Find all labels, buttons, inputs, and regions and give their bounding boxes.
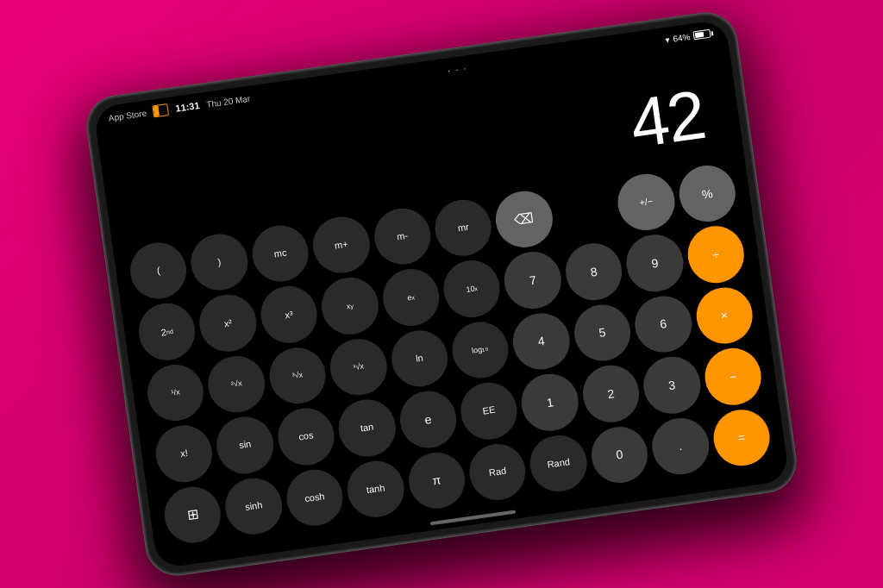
x-y-button[interactable]: xy xyxy=(318,274,382,338)
two-button[interactable]: 2 xyxy=(579,362,643,426)
mr-button[interactable]: mr xyxy=(431,196,495,260)
equals-button[interactable]: = xyxy=(710,406,773,470)
grid-button[interactable]: ⊞ xyxy=(161,483,225,547)
factorial-button[interactable]: x! xyxy=(153,422,216,485)
sqrty-button[interactable]: ʸ√x xyxy=(327,335,391,399)
m-minus-button[interactable]: m- xyxy=(371,204,435,268)
open-paren-button[interactable]: ( xyxy=(127,239,191,303)
battery-label: 64% xyxy=(673,32,691,44)
sinh-button[interactable]: sinh xyxy=(222,474,285,538)
six-button[interactable]: 6 xyxy=(631,292,695,356)
delete-button[interactable]: ⌫ xyxy=(492,188,556,252)
sqrt3-button[interactable]: ³√x xyxy=(266,344,329,408)
eight-button[interactable]: 8 xyxy=(562,240,626,303)
five-button[interactable]: 5 xyxy=(571,301,635,365)
date-label: Thu 20 Mar xyxy=(206,93,251,109)
m-plus-button[interactable]: m+ xyxy=(310,213,373,277)
rad-button[interactable]: Rad xyxy=(466,440,529,504)
status-right: ▾ 64% xyxy=(665,28,714,45)
scene: App Store 11:31 Thu 20 Mar · · · ▾ 64% xyxy=(0,0,883,588)
sidebar-icon xyxy=(153,103,170,117)
cosh-button[interactable]: cosh xyxy=(283,466,347,529)
close-paren-button[interactable]: ) xyxy=(188,230,252,294)
nine-button[interactable]: 9 xyxy=(623,231,686,295)
cos-button[interactable]: cos xyxy=(274,404,338,468)
multiply-button[interactable]: × xyxy=(692,284,756,347)
ee-button[interactable]: EE xyxy=(457,379,521,443)
divide-button[interactable]: ÷ xyxy=(684,222,748,286)
status-center: · · · xyxy=(447,63,468,75)
decimal-button[interactable]: . xyxy=(648,415,712,479)
app-store-label: App Store xyxy=(108,108,147,122)
three-button[interactable]: 3 xyxy=(640,353,704,417)
tan-button[interactable]: tan xyxy=(335,396,399,460)
e-button[interactable]: e xyxy=(396,388,460,452)
one-button[interactable]: 1 xyxy=(518,371,582,435)
four-button[interactable]: 4 xyxy=(510,310,573,373)
log10-button[interactable]: log₁₀ xyxy=(448,318,512,382)
sin-button[interactable]: sin xyxy=(213,413,277,477)
rand-button[interactable]: Rand xyxy=(527,431,591,495)
ln-button[interactable]: ln xyxy=(388,327,452,391)
tanh-button[interactable]: tanh xyxy=(344,457,408,521)
ten-x-button[interactable]: 10x xyxy=(440,257,504,321)
one-x-button[interactable]: ¹/x xyxy=(144,361,208,425)
display-value: 42 xyxy=(625,75,709,164)
percent-button[interactable]: % xyxy=(675,162,739,226)
wifi-icon: ▾ xyxy=(665,34,670,45)
minus-button[interactable]: − xyxy=(701,345,765,409)
seven-button[interactable]: 7 xyxy=(501,248,565,312)
plus-minus-button[interactable]: +/− xyxy=(614,171,678,235)
mc-button[interactable]: mc xyxy=(248,222,312,285)
screen: App Store 11:31 Thu 20 Mar · · · ▾ 64% xyxy=(93,19,790,569)
e-x-button[interactable]: ex xyxy=(379,266,443,329)
sqrt2-button[interactable]: ²√x xyxy=(204,353,268,416)
home-indicator xyxy=(430,510,517,526)
x-cubed-button[interactable]: x³ xyxy=(257,283,321,347)
time-label: 11:31 xyxy=(175,100,201,114)
pi-button[interactable]: π xyxy=(404,448,468,512)
x-squared-button[interactable]: x² xyxy=(196,291,260,355)
zero-button[interactable]: 0 xyxy=(588,422,652,486)
battery-icon xyxy=(692,28,713,40)
tablet: App Store 11:31 Thu 20 Mar · · · ▾ 64% xyxy=(84,9,800,579)
second-button[interactable]: 2nd xyxy=(135,300,199,364)
